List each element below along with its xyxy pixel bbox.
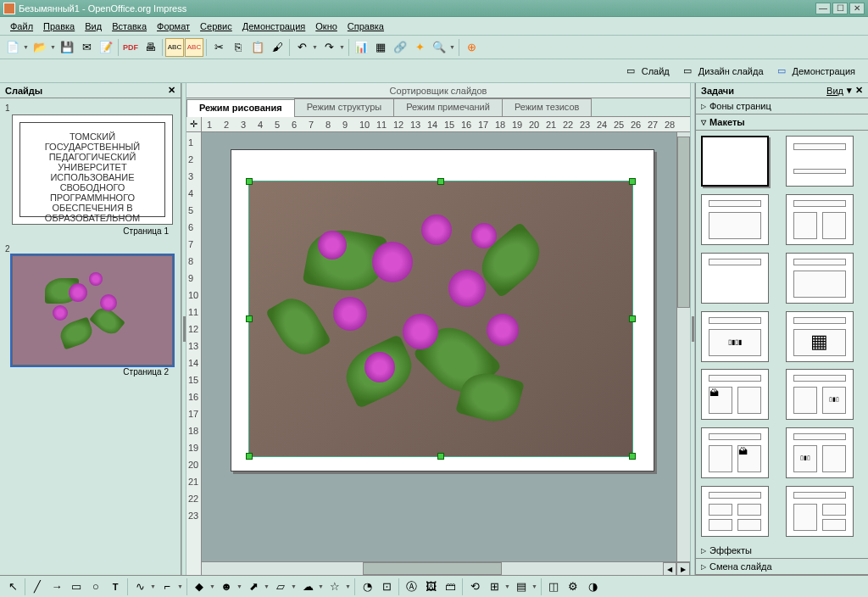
ellipse-tool[interactable]: ○ xyxy=(86,577,105,596)
next-slide-button[interactable]: ▶ xyxy=(676,562,690,575)
paste-button[interactable]: 📋 xyxy=(248,38,267,57)
layout-table[interactable]: ▦ xyxy=(786,311,854,362)
help-button[interactable]: ⊕ xyxy=(462,38,481,57)
new-button[interactable]: 📄 xyxy=(3,38,22,57)
resize-handle-w[interactable] xyxy=(246,315,253,322)
tasks-collapse-icon[interactable]: ▾ xyxy=(847,85,852,96)
interaction-tool[interactable]: ⚙ xyxy=(564,577,582,596)
block-arrows-tool[interactable]: ⬈ xyxy=(244,577,263,596)
minimize-button[interactable]: — xyxy=(815,3,831,14)
text-tool[interactable]: T xyxy=(106,577,125,596)
insert-slide-button[interactable]: ▭Слайд xyxy=(620,62,676,81)
resize-handle-nw[interactable] xyxy=(246,178,253,185)
vertical-scrollbar[interactable] xyxy=(676,132,690,561)
layout-chart-text[interactable]: ▯▮▯ xyxy=(786,427,854,478)
resize-handle-s[interactable] xyxy=(437,453,444,460)
spellcheck-button[interactable]: ABC xyxy=(165,38,184,57)
arrow-tool[interactable]: → xyxy=(47,577,66,596)
slides-panel-close-icon[interactable]: ✕ xyxy=(168,85,175,96)
maximize-button[interactable]: ☐ xyxy=(832,3,848,14)
slide-thumb-1[interactable]: 1 ТОМСКИЙ ГОСУДАРСТВЕННЫЙ ПЕДАГОГИЧЕСКИЙ… xyxy=(3,102,177,236)
rotate-tool[interactable]: ⟲ xyxy=(465,577,484,596)
basic-shapes-tool[interactable]: ◆ xyxy=(190,577,209,596)
open-button[interactable]: 📂 xyxy=(31,38,49,57)
tab-handout[interactable]: Режим тезисов xyxy=(502,98,593,116)
edit-doc-button[interactable]: 📝 xyxy=(97,38,115,57)
menu-window[interactable]: Окно xyxy=(310,20,342,33)
section-master-pages[interactable]: ▷Фоны страниц xyxy=(696,98,868,114)
symbol-shapes-tool[interactable]: ☻ xyxy=(217,577,236,596)
section-effects[interactable]: ▷Эффекты xyxy=(696,543,868,559)
menu-help[interactable]: Справка xyxy=(342,20,389,33)
vertical-ruler[interactable]: 1234567891011121314151617181920212223 xyxy=(186,132,202,575)
resize-handle-e[interactable] xyxy=(629,315,636,322)
zoom-button[interactable]: 🔍 xyxy=(430,38,448,57)
export-pdf-button[interactable]: PDF xyxy=(121,38,140,57)
table-button[interactable]: ▦ xyxy=(371,38,390,57)
flowchart-tool[interactable]: ▱ xyxy=(271,577,290,596)
menu-file[interactable]: Файл xyxy=(5,20,38,33)
layout-title-only[interactable] xyxy=(701,253,769,304)
format-paint-button[interactable]: 🖌 xyxy=(268,38,287,57)
menu-tools[interactable]: Сервис xyxy=(195,20,237,33)
menu-edit[interactable]: Правка xyxy=(38,20,80,33)
save-button[interactable]: 💾 xyxy=(58,38,76,57)
layout-object[interactable] xyxy=(786,253,854,304)
gluepoints-tool[interactable]: ⊡ xyxy=(377,577,396,596)
connector-tool[interactable]: ⌐ xyxy=(158,577,176,596)
section-layouts[interactable]: ▽Макеты xyxy=(696,114,868,131)
menu-insert[interactable]: Вставка xyxy=(107,20,152,33)
gallery-tool[interactable]: 🗃 xyxy=(441,577,459,596)
curve-tool[interactable]: ∿ xyxy=(131,577,149,596)
section-transition[interactable]: ▷Смена слайда xyxy=(696,559,868,575)
resize-handle-sw[interactable] xyxy=(246,453,253,460)
cut-button[interactable]: ✂ xyxy=(209,38,228,57)
callout-tool[interactable]: ☁ xyxy=(298,577,317,596)
horizontal-scrollbar[interactable] xyxy=(202,562,663,575)
align-tool[interactable]: ⊞ xyxy=(485,577,504,596)
prev-slide-button[interactable]: ◀ xyxy=(663,562,676,575)
selected-image[interactable] xyxy=(248,181,633,457)
rect-tool[interactable]: ▭ xyxy=(67,577,86,596)
layout-clipart-text[interactable]: 🏔 xyxy=(701,369,769,420)
autospell-button[interactable]: ABC xyxy=(185,38,203,57)
tab-drawing[interactable]: Режим рисования xyxy=(186,99,295,117)
menu-slideshow[interactable]: Демонстрация xyxy=(237,20,311,33)
email-button[interactable]: ✉ xyxy=(77,38,96,57)
hyperlink-button[interactable]: 🔗 xyxy=(391,38,409,57)
resize-handle-ne[interactable] xyxy=(629,178,636,185)
from-file-tool[interactable]: 🖼 xyxy=(421,577,440,596)
select-tool[interactable]: ↖ xyxy=(3,577,22,596)
layout-chart[interactable]: ▯▮▯▮ xyxy=(701,311,769,362)
undo-button[interactable]: ↶ xyxy=(292,38,311,57)
slide-thumb-2[interactable]: 2 Страница 2 xyxy=(3,243,177,377)
slide-sorter-bar[interactable]: Сортировщик слайдов xyxy=(186,83,690,98)
layout-text-clipart[interactable]: 🏔 xyxy=(701,427,769,478)
resize-handle-se[interactable] xyxy=(629,453,636,460)
slide-canvas[interactable] xyxy=(202,132,676,561)
layout-blank[interactable] xyxy=(701,136,769,187)
current-slide[interactable] xyxy=(231,149,654,471)
layout-two-content[interactable] xyxy=(786,194,854,245)
layout-four-objects[interactable] xyxy=(701,486,769,537)
layout-text-chart[interactable]: ▯▮▯ xyxy=(786,369,854,420)
animation-tool[interactable]: ◑ xyxy=(583,577,602,596)
extrusion-tool[interactable]: ◫ xyxy=(544,577,563,596)
tasks-close-icon[interactable]: ✕ xyxy=(855,85,863,96)
menu-format[interactable]: Формат xyxy=(152,20,195,33)
chart-button[interactable]: 📊 xyxy=(352,38,370,57)
copy-button[interactable]: ⎘ xyxy=(229,38,248,57)
points-tool[interactable]: ◔ xyxy=(358,577,376,596)
tab-notes[interactable]: Режим примечаний xyxy=(393,98,503,116)
layout-title-content[interactable] xyxy=(701,194,769,245)
print-button[interactable]: 🖶 xyxy=(141,38,159,57)
line-tool[interactable]: ╱ xyxy=(28,577,47,596)
horizontal-ruler[interactable]: 1234567891011121314151617181920212223242… xyxy=(202,117,690,132)
stars-tool[interactable]: ☆ xyxy=(326,577,344,596)
menu-view[interactable]: Вид xyxy=(80,20,107,33)
resize-handle-n[interactable] xyxy=(437,178,444,185)
layout-title[interactable] xyxy=(786,136,854,187)
layout-text-two-obj[interactable] xyxy=(786,486,854,537)
slideshow-button[interactable]: ▭Демонстрация xyxy=(771,62,862,81)
fontwork-tool[interactable]: Ⓐ xyxy=(402,577,420,596)
